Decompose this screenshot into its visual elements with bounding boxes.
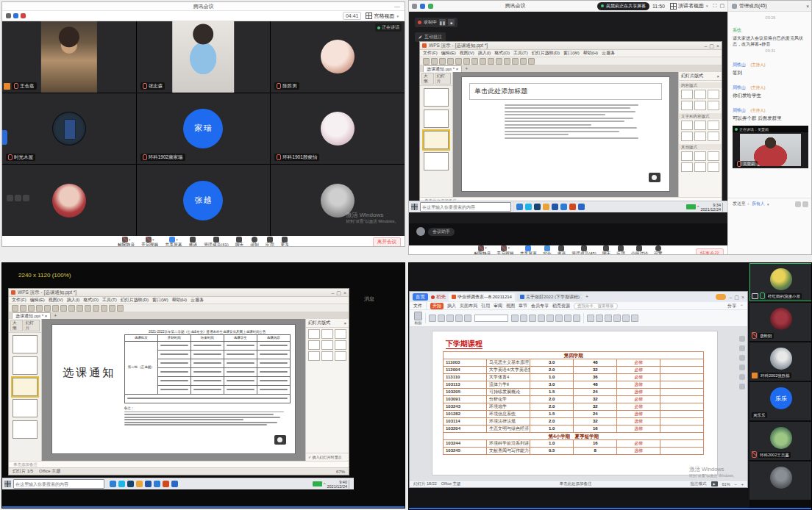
layout-thumbnail[interactable]	[708, 151, 719, 161]
ribbon-icon[interactable]	[464, 315, 471, 322]
ribbon-icon[interactable]	[429, 315, 436, 322]
ribbon-icon[interactable]	[520, 315, 527, 322]
toolbar-icon[interactable]	[480, 58, 486, 65]
toolbar-icon[interactable]	[439, 58, 446, 65]
menu-item[interactable]: 视图(V)	[49, 297, 63, 304]
toolbar-button[interactable]: 共享屏幕	[520, 245, 537, 255]
participant-tile[interactable]: 杜红雨的浪漫小屋	[749, 263, 812, 301]
pane-tab[interactable]: 大纲	[10, 320, 23, 331]
ribbon-tab[interactable]: 引用	[481, 303, 490, 309]
slide-thumbnail[interactable]	[13, 399, 38, 417]
layout-thumbnail[interactable]	[321, 351, 333, 361]
ribbon-icon[interactable]	[455, 315, 463, 322]
layout-thumbnail[interactable]	[335, 329, 346, 339]
close-icon[interactable]: ×	[343, 290, 346, 295]
layout-thumbnail[interactable]	[708, 132, 719, 141]
toolbar-button[interactable]: 应用	[616, 245, 625, 255]
menu-item[interactable]: 格式(O)	[83, 297, 99, 304]
toolbar-button[interactable]: 邀请	[558, 245, 566, 255]
toolbar-icon[interactable]	[488, 58, 494, 65]
minimize-icon[interactable]: –	[704, 43, 707, 49]
toolbar-icon[interactable]	[512, 58, 519, 65]
document-tab[interactable]: 关于做好2022 (下学期课程)	[517, 293, 583, 301]
zoom-level[interactable]: 67%	[336, 470, 345, 474]
menu-item[interactable]: 格式(O)	[494, 50, 510, 57]
menu-item[interactable]: 插入(I)	[478, 50, 491, 57]
participant-tile[interactable]: 家瑞 环科1902康家瑞	[137, 93, 271, 165]
font-name-select[interactable]	[474, 315, 508, 322]
tray-expand-icon[interactable]: ^	[697, 205, 699, 209]
vip-member-icon[interactable]	[716, 294, 726, 300]
taskbar-app-icon[interactable]	[154, 481, 160, 487]
toolbar-icon[interactable]	[28, 305, 35, 312]
menu-item[interactable]: 帮助(H)	[583, 50, 598, 57]
menu-item[interactable]: 工具(T)	[513, 50, 528, 57]
layout-thumbnail[interactable]	[694, 132, 706, 141]
participant-tile[interactable]	[749, 461, 812, 500]
toolbar-icon[interactable]	[528, 58, 535, 65]
ribbon-tab[interactable]: 审阅	[494, 303, 502, 309]
taskbar-app-icon[interactable]	[516, 204, 523, 210]
side-tool-icon[interactable]	[739, 336, 745, 342]
layout-thumbnail[interactable]	[694, 101, 706, 110]
side-tool-icon[interactable]	[739, 374, 745, 380]
ribbon-icon[interactable]	[596, 315, 603, 322]
taskbar-app-icon[interactable]	[136, 481, 143, 487]
pause-recording-button[interactable]: ❚❚	[439, 19, 446, 26]
layout-thumbnail[interactable]	[308, 329, 320, 339]
toolbar-icon[interactable]	[52, 305, 59, 312]
layout-thumbnail[interactable]	[681, 162, 693, 172]
layout-thumbnail[interactable]	[681, 121, 693, 130]
side-tool-icon[interactable]	[739, 355, 745, 361]
toolbar-button[interactable]: ▾ 开启视频	[141, 237, 158, 247]
layout-view-button[interactable]: 宫格视图 ▾	[363, 12, 401, 20]
participant-tile[interactable]: 张志森	[137, 21, 271, 93]
zoom-out-icon[interactable]: −	[735, 482, 737, 486]
menu-item[interactable]: 编辑(E)	[30, 297, 45, 304]
participant-tile[interactable]: 环科2002王吉鑫	[749, 422, 812, 460]
close-icon[interactable]: ×	[716, 43, 719, 49]
layout-thumbnail[interactable]	[681, 151, 693, 161]
end-meeting-button[interactable]: 结束会议	[696, 248, 724, 255]
toolbar-button[interactable]: ▾ 解除静音	[118, 237, 135, 247]
ribbon-tab[interactable]: 页面布局	[460, 303, 477, 309]
sender-name[interactable]: 周铁山	[733, 62, 746, 67]
tile-hover-controls[interactable]	[7, 195, 29, 201]
toolbar-icon[interactable]	[496, 58, 502, 65]
slide-thumbnail[interactable]	[13, 420, 38, 439]
zoom-in-icon[interactable]: +	[741, 482, 744, 486]
toolbar-icon[interactable]	[76, 305, 83, 312]
ribbon-icon[interactable]	[613, 315, 621, 322]
toolbar-button[interactable]: ▾ 共享屏幕	[165, 237, 182, 247]
ribbon-icon[interactable]	[529, 315, 536, 322]
ribbon-icon[interactable]	[605, 315, 612, 322]
ribbon-icon[interactable]	[587, 315, 594, 322]
menu-item[interactable]: 云服务	[190, 297, 204, 304]
pane-tab[interactable]: 大纲	[421, 73, 434, 85]
sender-name[interactable]: 周铁山	[733, 108, 746, 112]
toolbar-icon[interactable]	[12, 305, 18, 312]
taskbar-app-icon[interactable]	[171, 481, 178, 487]
close-icon[interactable]: ×	[741, 295, 744, 300]
menu-item[interactable]: 幻灯片放映(D)	[532, 50, 560, 57]
send-target-select[interactable]: 所有人	[752, 201, 765, 207]
toolbar-icon[interactable]	[447, 58, 454, 65]
close-icon[interactable]: ×	[343, 321, 346, 326]
members-tab[interactable]: 管理成员(45)	[739, 3, 767, 10]
toolbar-button[interactable]: 安全	[543, 245, 552, 255]
layout-thumbnail[interactable]	[681, 90, 693, 99]
menu-item[interactable]: 视图(V)	[460, 50, 474, 57]
participant-tile[interactable]: 激活 Windows 转到“设置”以激活 Windows。	[271, 165, 405, 236]
taskbar-app-icon[interactable]	[118, 481, 125, 487]
layout-thumbnail[interactable]	[308, 340, 320, 350]
minimize-icon[interactable]: –	[729, 295, 732, 300]
document-tab[interactable]: 毕业班调查表—B.20211214	[449, 293, 515, 301]
ribbon-icon[interactable]	[573, 315, 580, 322]
ribbon-tab[interactable]: 稻壳资源	[552, 303, 570, 309]
taskbar-search-input[interactable]	[420, 202, 511, 212]
participant-tile[interactable]	[2, 165, 136, 236]
ribbon-icon[interactable]	[546, 315, 554, 322]
toolbar-button[interactable]: ▾ 开启视频	[497, 245, 514, 255]
toolbar-icon[interactable]	[431, 58, 438, 65]
assistant-avatar[interactable]	[416, 227, 425, 236]
